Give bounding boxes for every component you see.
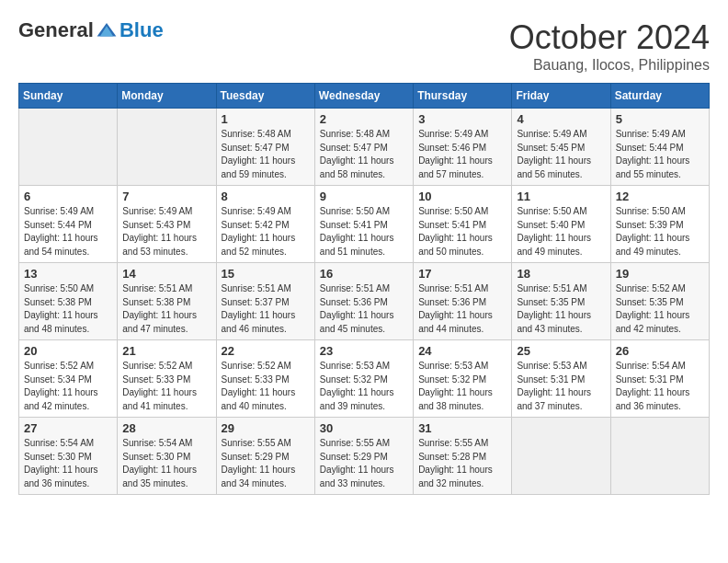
header-cell-wednesday: Wednesday: [314, 84, 413, 109]
day-info: Sunrise: 5:55 AMSunset: 5:28 PMDaylight:…: [418, 437, 506, 490]
day-number: 1: [222, 112, 310, 126]
day-number: 15: [222, 267, 310, 281]
day-info: Sunrise: 5:50 AMSunset: 5:41 PMDaylight:…: [418, 205, 506, 259]
day-info: Sunrise: 5:48 AMSunset: 5:47 PMDaylight:…: [320, 128, 408, 181]
week-row-4: 20Sunrise: 5:52 AMSunset: 5:34 PMDayligh…: [19, 340, 710, 418]
day-cell: 13Sunrise: 5:50 AMSunset: 5:38 PMDayligh…: [19, 263, 118, 340]
logo-icon: [96, 21, 118, 40]
day-number: 13: [24, 267, 112, 281]
day-cell: 14Sunrise: 5:51 AMSunset: 5:38 PMDayligh…: [118, 263, 216, 340]
day-cell: 7Sunrise: 5:49 AMSunset: 5:43 PMDaylight…: [118, 186, 216, 263]
day-number: 17: [418, 267, 506, 281]
day-cell: 16Sunrise: 5:51 AMSunset: 5:36 PMDayligh…: [314, 263, 413, 340]
day-cell: 31Sunrise: 5:55 AMSunset: 5:28 PMDayligh…: [414, 418, 512, 495]
day-number: 16: [320, 267, 408, 281]
week-row-2: 6Sunrise: 5:49 AMSunset: 5:44 PMDaylight…: [19, 186, 710, 263]
day-cell: [118, 109, 216, 186]
calendar-header: SundayMondayTuesdayWednesdayThursdayFrid…: [19, 84, 710, 109]
day-cell: 8Sunrise: 5:49 AMSunset: 5:42 PMDaylight…: [216, 186, 314, 263]
day-cell: 28Sunrise: 5:54 AMSunset: 5:30 PMDayligh…: [118, 418, 216, 495]
day-number: 22: [222, 344, 310, 358]
day-cell: 11Sunrise: 5:50 AMSunset: 5:40 PMDayligh…: [512, 186, 610, 263]
day-number: 10: [418, 190, 506, 203]
calendar-table: SundayMondayTuesdayWednesdayThursdayFrid…: [18, 83, 710, 495]
day-info: Sunrise: 5:50 AMSunset: 5:39 PMDaylight:…: [616, 205, 704, 259]
day-number: 21: [122, 344, 210, 358]
day-cell: 10Sunrise: 5:50 AMSunset: 5:41 PMDayligh…: [414, 186, 512, 263]
logo-general-text: General: [18, 18, 94, 42]
day-cell: 24Sunrise: 5:53 AMSunset: 5:32 PMDayligh…: [414, 340, 512, 418]
day-cell: 5Sunrise: 5:49 AMSunset: 5:44 PMDaylight…: [610, 109, 709, 186]
day-info: Sunrise: 5:51 AMSunset: 5:38 PMDaylight:…: [122, 282, 210, 336]
day-number: 20: [24, 344, 112, 358]
day-cell: 6Sunrise: 5:49 AMSunset: 5:44 PMDaylight…: [19, 186, 118, 263]
day-number: 12: [616, 190, 704, 203]
header-cell-friday: Friday: [512, 84, 610, 109]
day-info: Sunrise: 5:53 AMSunset: 5:31 PMDaylight:…: [517, 360, 605, 413]
day-number: 4: [517, 112, 605, 126]
day-info: Sunrise: 5:51 AMSunset: 5:36 PMDaylight:…: [320, 282, 408, 336]
page-header: General Blue October 2024 Bauang, Ilocos…: [18, 18, 710, 74]
logo: General Blue: [18, 18, 164, 42]
day-info: Sunrise: 5:53 AMSunset: 5:32 PMDaylight:…: [320, 360, 408, 413]
day-number: 26: [616, 344, 704, 358]
week-row-5: 27Sunrise: 5:54 AMSunset: 5:30 PMDayligh…: [19, 418, 710, 495]
day-number: 8: [222, 190, 310, 203]
day-cell: 26Sunrise: 5:54 AMSunset: 5:31 PMDayligh…: [610, 340, 709, 418]
day-info: Sunrise: 5:49 AMSunset: 5:43 PMDaylight:…: [122, 205, 210, 259]
day-info: Sunrise: 5:54 AMSunset: 5:31 PMDaylight:…: [616, 360, 704, 413]
day-info: Sunrise: 5:51 AMSunset: 5:35 PMDaylight:…: [517, 282, 605, 336]
title-block: October 2024 Bauang, Ilocos, Philippines: [509, 18, 710, 74]
day-cell: 4Sunrise: 5:49 AMSunset: 5:45 PMDaylight…: [512, 109, 610, 186]
day-number: 31: [418, 421, 506, 435]
day-number: 25: [517, 344, 605, 358]
month-title: October 2024: [509, 18, 710, 57]
day-number: 7: [122, 190, 210, 203]
day-cell: 15Sunrise: 5:51 AMSunset: 5:37 PMDayligh…: [216, 263, 314, 340]
day-info: Sunrise: 5:52 AMSunset: 5:34 PMDaylight:…: [24, 360, 112, 413]
day-cell: 30Sunrise: 5:55 AMSunset: 5:29 PMDayligh…: [314, 418, 413, 495]
header-cell-monday: Monday: [118, 84, 216, 109]
day-cell: [610, 418, 709, 495]
day-number: 28: [122, 421, 210, 435]
day-info: Sunrise: 5:55 AMSunset: 5:29 PMDaylight:…: [222, 437, 310, 490]
day-cell: [512, 418, 610, 495]
header-cell-thursday: Thursday: [414, 84, 512, 109]
day-cell: [19, 109, 118, 186]
header-cell-saturday: Saturday: [610, 84, 709, 109]
day-cell: 17Sunrise: 5:51 AMSunset: 5:36 PMDayligh…: [414, 263, 512, 340]
day-cell: 22Sunrise: 5:52 AMSunset: 5:33 PMDayligh…: [216, 340, 314, 418]
day-info: Sunrise: 5:51 AMSunset: 5:37 PMDaylight:…: [222, 282, 310, 336]
day-info: Sunrise: 5:53 AMSunset: 5:32 PMDaylight:…: [418, 360, 506, 413]
day-cell: 19Sunrise: 5:52 AMSunset: 5:35 PMDayligh…: [610, 263, 709, 340]
day-cell: 27Sunrise: 5:54 AMSunset: 5:30 PMDayligh…: [19, 418, 118, 495]
calendar-body: 1Sunrise: 5:48 AMSunset: 5:47 PMDaylight…: [19, 109, 710, 495]
location-title: Bauang, Ilocos, Philippines: [509, 57, 710, 74]
day-info: Sunrise: 5:52 AMSunset: 5:33 PMDaylight:…: [222, 360, 310, 413]
day-number: 3: [418, 112, 506, 126]
day-number: 24: [418, 344, 506, 358]
day-number: 29: [222, 421, 310, 435]
day-number: 18: [517, 267, 605, 281]
day-number: 27: [24, 421, 112, 435]
logo-blue-text: Blue: [119, 18, 164, 42]
day-info: Sunrise: 5:49 AMSunset: 5:44 PMDaylight:…: [24, 205, 112, 259]
day-cell: 1Sunrise: 5:48 AMSunset: 5:47 PMDaylight…: [216, 109, 314, 186]
day-info: Sunrise: 5:49 AMSunset: 5:42 PMDaylight:…: [222, 205, 310, 259]
day-info: Sunrise: 5:50 AMSunset: 5:41 PMDaylight:…: [320, 205, 408, 259]
day-cell: 21Sunrise: 5:52 AMSunset: 5:33 PMDayligh…: [118, 340, 216, 418]
day-cell: 2Sunrise: 5:48 AMSunset: 5:47 PMDaylight…: [314, 109, 413, 186]
day-number: 9: [320, 190, 408, 203]
day-info: Sunrise: 5:49 AMSunset: 5:45 PMDaylight:…: [517, 128, 605, 181]
day-info: Sunrise: 5:55 AMSunset: 5:29 PMDaylight:…: [320, 437, 408, 490]
day-number: 23: [320, 344, 408, 358]
day-info: Sunrise: 5:52 AMSunset: 5:33 PMDaylight:…: [122, 360, 210, 413]
day-cell: 23Sunrise: 5:53 AMSunset: 5:32 PMDayligh…: [314, 340, 413, 418]
header-cell-tuesday: Tuesday: [216, 84, 314, 109]
day-number: 2: [320, 112, 408, 126]
day-number: 19: [616, 267, 704, 281]
day-number: 30: [320, 421, 408, 435]
day-number: 6: [24, 190, 112, 203]
day-number: 11: [517, 190, 605, 203]
day-cell: 20Sunrise: 5:52 AMSunset: 5:34 PMDayligh…: [19, 340, 118, 418]
